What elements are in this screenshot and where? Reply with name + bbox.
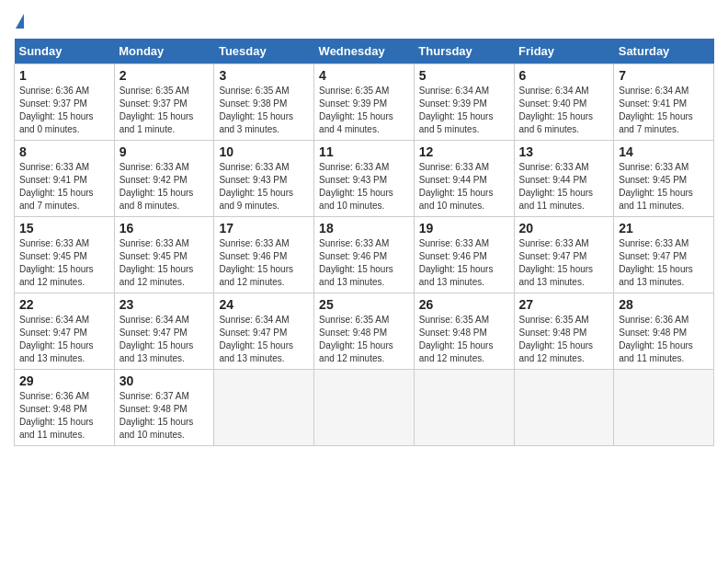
day-detail: Sunrise: 6:33 AM Sunset: 9:41 PM Dayligh… — [19, 161, 109, 213]
day-detail: Sunrise: 6:35 AM Sunset: 9:48 PM Dayligh… — [419, 314, 509, 365]
calendar-cell: 12Sunrise: 6:33 AM Sunset: 9:44 PM Dayli… — [414, 141, 514, 217]
col-header-saturday: Saturday — [614, 39, 714, 64]
calendar-week-2: 8Sunrise: 6:33 AM Sunset: 9:41 PM Daylig… — [15, 141, 714, 217]
page-header — [14, 14, 714, 29]
day-detail: Sunrise: 6:33 AM Sunset: 9:46 PM Dayligh… — [319, 237, 409, 289]
day-detail: Sunrise: 6:33 AM Sunset: 9:42 PM Dayligh… — [119, 161, 210, 213]
col-header-wednesday: Wednesday — [314, 39, 415, 64]
calendar-cell: 22Sunrise: 6:34 AM Sunset: 9:47 PM Dayli… — [15, 293, 115, 370]
day-number: 12 — [419, 144, 509, 159]
day-detail: Sunrise: 6:36 AM Sunset: 9:48 PM Dayligh… — [619, 314, 709, 365]
day-number: 7 — [619, 68, 709, 83]
day-detail: Sunrise: 6:33 AM Sunset: 9:44 PM Dayligh… — [519, 161, 609, 213]
calendar-cell: 20Sunrise: 6:33 AM Sunset: 9:47 PM Dayli… — [514, 217, 614, 293]
calendar-week-1: 1Sunrise: 6:36 AM Sunset: 9:37 PM Daylig… — [15, 64, 714, 141]
calendar-cell — [514, 370, 614, 446]
calendar-cell: 13Sunrise: 6:33 AM Sunset: 9:44 PM Dayli… — [514, 141, 614, 217]
day-detail: Sunrise: 6:35 AM Sunset: 9:39 PM Dayligh… — [319, 85, 409, 136]
day-number: 10 — [219, 144, 309, 159]
day-number: 8 — [19, 144, 109, 159]
calendar-week-5: 29Sunrise: 6:36 AM Sunset: 9:48 PM Dayli… — [15, 370, 714, 446]
calendar-cell: 9Sunrise: 6:33 AM Sunset: 9:42 PM Daylig… — [114, 141, 214, 217]
day-number: 19 — [419, 221, 509, 236]
day-number: 4 — [319, 68, 409, 83]
calendar-cell: 4Sunrise: 6:35 AM Sunset: 9:39 PM Daylig… — [314, 64, 415, 141]
day-detail: Sunrise: 6:33 AM Sunset: 9:43 PM Dayligh… — [319, 161, 409, 213]
day-number: 20 — [519, 221, 609, 236]
calendar-cell: 5Sunrise: 6:34 AM Sunset: 9:39 PM Daylig… — [414, 64, 514, 141]
calendar-cell: 8Sunrise: 6:33 AM Sunset: 9:41 PM Daylig… — [15, 141, 115, 217]
day-number: 21 — [619, 221, 709, 236]
day-detail: Sunrise: 6:35 AM Sunset: 9:48 PM Dayligh… — [319, 314, 409, 365]
calendar-cell: 30Sunrise: 6:37 AM Sunset: 9:48 PM Dayli… — [114, 370, 214, 446]
calendar-cell: 28Sunrise: 6:36 AM Sunset: 9:48 PM Dayli… — [614, 293, 714, 370]
calendar-cell — [414, 370, 514, 446]
day-number: 3 — [219, 68, 309, 83]
day-detail: Sunrise: 6:33 AM Sunset: 9:47 PM Dayligh… — [619, 237, 709, 289]
day-detail: Sunrise: 6:35 AM Sunset: 9:48 PM Dayligh… — [519, 314, 609, 365]
day-number: 24 — [219, 297, 309, 312]
day-detail: Sunrise: 6:36 AM Sunset: 9:37 PM Dayligh… — [19, 85, 109, 136]
day-number: 25 — [319, 297, 409, 312]
calendar-cell: 27Sunrise: 6:35 AM Sunset: 9:48 PM Dayli… — [514, 293, 614, 370]
day-number: 11 — [319, 144, 409, 159]
calendar-cell: 2Sunrise: 6:35 AM Sunset: 9:37 PM Daylig… — [114, 64, 214, 141]
calendar-cell: 16Sunrise: 6:33 AM Sunset: 9:45 PM Dayli… — [114, 217, 214, 293]
day-number: 13 — [519, 144, 609, 159]
day-number: 26 — [419, 297, 509, 312]
logo — [14, 14, 24, 29]
day-detail: Sunrise: 6:33 AM Sunset: 9:43 PM Dayligh… — [219, 161, 309, 213]
calendar-table: SundayMondayTuesdayWednesdayThursdayFrid… — [14, 39, 714, 446]
day-number: 18 — [319, 221, 409, 236]
calendar-cell: 10Sunrise: 6:33 AM Sunset: 9:43 PM Dayli… — [214, 141, 314, 217]
calendar-cell: 25Sunrise: 6:35 AM Sunset: 9:48 PM Dayli… — [314, 293, 415, 370]
calendar-cell: 23Sunrise: 6:34 AM Sunset: 9:47 PM Dayli… — [114, 293, 214, 370]
day-number: 14 — [619, 144, 709, 159]
calendar-cell: 21Sunrise: 6:33 AM Sunset: 9:47 PM Dayli… — [614, 217, 714, 293]
calendar-cell: 15Sunrise: 6:33 AM Sunset: 9:45 PM Dayli… — [15, 217, 115, 293]
day-number: 28 — [619, 297, 709, 312]
day-number: 22 — [19, 297, 109, 312]
calendar-cell: 26Sunrise: 6:35 AM Sunset: 9:48 PM Dayli… — [414, 293, 514, 370]
calendar-week-3: 15Sunrise: 6:33 AM Sunset: 9:45 PM Dayli… — [15, 217, 714, 293]
day-detail: Sunrise: 6:34 AM Sunset: 9:47 PM Dayligh… — [119, 314, 210, 365]
col-header-sunday: Sunday — [15, 39, 115, 64]
col-header-thursday: Thursday — [414, 39, 514, 64]
day-detail: Sunrise: 6:34 AM Sunset: 9:47 PM Dayligh… — [19, 314, 109, 365]
day-number: 1 — [19, 68, 109, 83]
calendar-cell: 3Sunrise: 6:35 AM Sunset: 9:38 PM Daylig… — [214, 64, 314, 141]
day-detail: Sunrise: 6:33 AM Sunset: 9:46 PM Dayligh… — [419, 237, 509, 289]
day-detail: Sunrise: 6:33 AM Sunset: 9:44 PM Dayligh… — [419, 161, 509, 213]
day-detail: Sunrise: 6:37 AM Sunset: 9:48 PM Dayligh… — [119, 390, 210, 442]
day-detail: Sunrise: 6:35 AM Sunset: 9:37 PM Dayligh… — [119, 85, 210, 136]
day-detail: Sunrise: 6:34 AM Sunset: 9:40 PM Dayligh… — [519, 85, 609, 136]
col-header-friday: Friday — [514, 39, 614, 64]
day-number: 23 — [119, 297, 210, 312]
calendar-cell: 14Sunrise: 6:33 AM Sunset: 9:45 PM Dayli… — [614, 141, 714, 217]
day-number: 5 — [419, 68, 509, 83]
day-detail: Sunrise: 6:33 AM Sunset: 9:45 PM Dayligh… — [619, 161, 709, 213]
calendar-cell: 11Sunrise: 6:33 AM Sunset: 9:43 PM Dayli… — [314, 141, 415, 217]
day-number: 6 — [519, 68, 609, 83]
calendar-cell: 6Sunrise: 6:34 AM Sunset: 9:40 PM Daylig… — [514, 64, 614, 141]
day-number: 27 — [519, 297, 609, 312]
day-number: 15 — [19, 221, 109, 236]
day-number: 9 — [119, 144, 210, 159]
day-number: 16 — [119, 221, 210, 236]
day-detail: Sunrise: 6:33 AM Sunset: 9:45 PM Dayligh… — [19, 237, 109, 289]
calendar-cell: 7Sunrise: 6:34 AM Sunset: 9:41 PM Daylig… — [614, 64, 714, 141]
calendar-cell: 1Sunrise: 6:36 AM Sunset: 9:37 PM Daylig… — [15, 64, 115, 141]
day-detail: Sunrise: 6:34 AM Sunset: 9:47 PM Dayligh… — [219, 314, 309, 365]
calendar-cell: 24Sunrise: 6:34 AM Sunset: 9:47 PM Dayli… — [214, 293, 314, 370]
day-detail: Sunrise: 6:33 AM Sunset: 9:47 PM Dayligh… — [519, 237, 609, 289]
day-detail: Sunrise: 6:35 AM Sunset: 9:38 PM Dayligh… — [219, 85, 309, 136]
day-detail: Sunrise: 6:34 AM Sunset: 9:41 PM Dayligh… — [619, 85, 709, 136]
day-number: 2 — [119, 68, 210, 83]
calendar-header-row: SundayMondayTuesdayWednesdayThursdayFrid… — [15, 39, 714, 64]
day-detail: Sunrise: 6:36 AM Sunset: 9:48 PM Dayligh… — [19, 390, 109, 442]
calendar-cell: 18Sunrise: 6:33 AM Sunset: 9:46 PM Dayli… — [314, 217, 415, 293]
calendar-week-4: 22Sunrise: 6:34 AM Sunset: 9:47 PM Dayli… — [15, 293, 714, 370]
calendar-cell: 19Sunrise: 6:33 AM Sunset: 9:46 PM Dayli… — [414, 217, 514, 293]
col-header-monday: Monday — [114, 39, 214, 64]
calendar-cell — [614, 370, 714, 446]
